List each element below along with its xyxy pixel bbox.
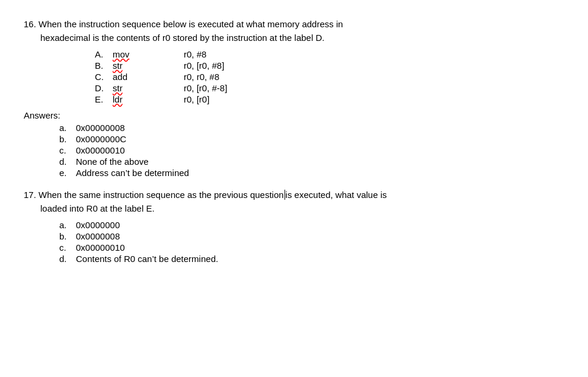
q16-option-c-label: C. [95,72,113,82]
q16-option-a-operand: r0, #8 [184,49,206,59]
q17-option-d: d. Contents of R0 can’t be determined. [59,254,564,264]
q16-option-e-operand: r0, [r0] [184,94,209,104]
q16-answers-label: Answers: [24,110,564,120]
q17-option-c-label: c. [59,242,76,253]
q17-option-a-value: 0x0000000 [76,220,120,230]
q16-answer-b-label: b. [59,134,76,144]
q17-option-b-value: 0x0000008 [76,231,120,241]
q17-text-line2: loaded into R0 at the label E. [40,203,155,213]
q16-option-c-operand: r0, r0, #8 [184,72,219,82]
q16-option-b-operand: r0, [r0, #8] [184,60,224,71]
q16-answer-c-value: 0x00000010 [76,145,125,155]
q16-text-line2: hexadecimal is the contents of r0 stored… [40,33,324,43]
q16-option-e: E. ldr r0, [r0] [95,94,564,104]
q16-answer-b: b. 0x0000000C [59,134,564,144]
q17-number: 17. [24,190,36,200]
q16-answer-e-value: Address can’t be determined [76,168,189,178]
q16-option-b-instruction: str [113,60,160,71]
q16-option-b: B. str r0, [r0, #8] [95,60,564,71]
q17-option-b: b. 0x0000008 [59,231,564,241]
q16-option-d-label: D. [95,83,113,93]
q16-answer-e-label: e. [59,168,76,178]
q16-answer-a-label: a. [59,123,76,133]
q17-option-c: c. 0x00000010 [59,242,564,253]
question-17: 17. When the same instruction sequence a… [24,188,564,264]
q16-option-d-operand: r0, [r0, #-8] [184,83,227,93]
q16-answer-a: a. 0x00000008 [59,123,564,133]
q16-answer-c-label: c. [59,145,76,155]
q16-answer-d-label: d. [59,156,76,167]
q17-option-d-value: Contents of R0 can’t be determined. [76,254,218,264]
q16-option-e-label: E. [95,94,113,104]
q17-option-b-label: b. [59,231,76,241]
q16-option-c: C. add r0, r0, #8 [95,72,564,82]
q16-options: A. mov r0, #8 B. str r0, [r0, #8] C. add… [95,49,564,104]
q17-option-a: a. 0x0000000 [59,220,564,230]
q17-option-c-value: 0x00000010 [76,242,125,253]
q16-text-line1: When the instruction sequence below is e… [39,19,343,29]
q16-answer-e: e. Address can’t be determined [59,168,564,178]
q17-option-a-label: a. [59,220,76,230]
q16-option-a-label: A. [95,49,113,59]
q16-option-e-instruction: ldr [113,94,160,104]
q16-answer-d: d. None of the above [59,156,564,167]
q16-answers: Answers: a. 0x00000008 b. 0x0000000C c. … [24,110,564,178]
question-16: 16. When the instruction sequence below … [24,18,564,178]
q16-answer-d-value: None of the above [76,156,149,167]
q16-answer-b-value: 0x0000000C [76,134,126,144]
q17-options: a. 0x0000000 b. 0x0000008 c. 0x00000010 … [59,220,564,264]
page-content: 16. When the instruction sequence below … [24,18,564,264]
q16-option-c-instruction: add [113,72,160,82]
q16-answer-c: c. 0x00000010 [59,145,564,155]
q17-text-line1: When the same instruction sequence as th… [39,190,387,200]
q16-option-a: A. mov r0, #8 [95,49,564,59]
q16-option-a-instruction: mov [113,49,160,59]
q16-option-d-instruction: str [113,83,160,93]
q16-number: 16. [24,19,36,29]
q17-option-d-label: d. [59,254,76,264]
q16-option-b-label: B. [95,60,113,71]
q16-answer-a-value: 0x00000008 [76,123,125,133]
q16-option-d: D. str r0, [r0, #-8] [95,83,564,93]
